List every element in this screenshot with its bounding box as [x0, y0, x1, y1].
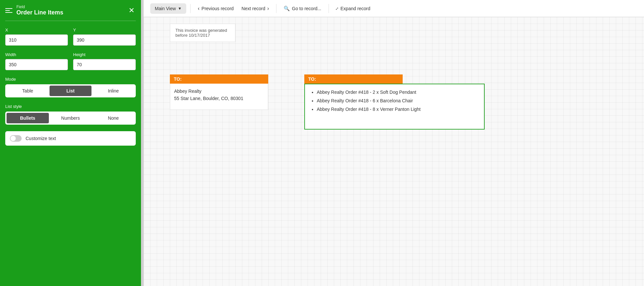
- list-items-content: Abbey Realty Order #418 - 2 x Soft Dog P…: [304, 84, 485, 130]
- next-record-label: Next record: [242, 6, 265, 11]
- panel-title-block: Field Order Line Items: [16, 5, 123, 16]
- customize-text-toggle[interactable]: [10, 135, 22, 142]
- chevron-left-icon: ‹: [198, 6, 199, 11]
- to-block-left: TO: Abbey Realty 55 Star Lane, Boulder, …: [170, 74, 268, 110]
- customize-text-row: Customize text: [5, 131, 136, 146]
- to-header-left: TO:: [170, 74, 268, 84]
- x-field-group: X: [5, 28, 68, 46]
- list-item-text-1: Abbey Realty Order #418 - 2 x Soft Dog P…: [317, 90, 416, 95]
- main-view-button[interactable]: Main View ▼: [150, 3, 186, 14]
- go-to-record-label: Go to record...: [292, 6, 321, 11]
- expand-record-label: Expand record: [340, 6, 370, 11]
- liststyle-toggle-group: Bullets Numbers None: [5, 112, 136, 125]
- width-input[interactable]: [5, 59, 68, 70]
- nav-divider-3: [329, 4, 329, 13]
- list-item: Abbey Realty Order #418 - 6 x Barcelona …: [317, 98, 479, 103]
- resize-handle[interactable]: [141, 0, 144, 286]
- nav-divider-2: [276, 4, 276, 13]
- mode-table-button[interactable]: Table: [7, 86, 49, 96]
- go-to-record-button[interactable]: 🔍 Go to record...: [280, 3, 324, 14]
- height-input[interactable]: [73, 59, 136, 70]
- canvas-area[interactable]: This invoice was generated before 10/17/…: [144, 17, 644, 286]
- top-nav-bar: Main View ▼ ‹ Previous record Next recor…: [144, 0, 644, 17]
- list-item: Abbey Realty Order #418 - 2 x Soft Dog P…: [317, 90, 479, 95]
- previous-record-button[interactable]: ‹ Previous record: [194, 3, 237, 14]
- chevron-right-icon: ›: [267, 6, 269, 11]
- panel-title: Order Line Items: [16, 9, 123, 16]
- mode-inline-button[interactable]: Inline: [92, 86, 134, 96]
- to-block-right: TO: Abbey Realty Order #418 - 2 x Soft D…: [304, 74, 485, 130]
- height-field-group: Height: [73, 52, 136, 70]
- panel-body: X Y Width Height Mode Table Li: [0, 21, 141, 152]
- y-label: Y: [73, 28, 136, 32]
- x-input[interactable]: [5, 34, 68, 46]
- liststyle-bullets-button[interactable]: Bullets: [7, 113, 49, 123]
- dropdown-arrow-icon: ▼: [178, 6, 182, 11]
- expand-record-button[interactable]: ↕ Expand record: [333, 3, 374, 14]
- liststyle-numbers-button[interactable]: Numbers: [50, 113, 92, 123]
- main-content-panel: Main View ▼ ‹ Previous record Next recor…: [144, 0, 644, 286]
- field-settings-panel: Field Order Line Items ✕ X Y Width Heigh: [0, 0, 141, 286]
- list-item-text-2: Abbey Realty Order #418 - 6 x Barcelona …: [317, 98, 413, 103]
- customize-text-label: Customize text: [26, 136, 56, 141]
- previous-record-label: Previous record: [202, 6, 234, 11]
- main-view-label: Main View: [155, 6, 176, 11]
- next-record-button[interactable]: Next record ›: [238, 3, 272, 14]
- y-input[interactable]: [73, 34, 136, 46]
- address-name: Abbey Realty: [174, 88, 264, 95]
- mode-list-button[interactable]: List: [50, 86, 92, 96]
- to-content-left: Abbey Realty 55 Star Lane, Boulder, CO, …: [170, 84, 268, 110]
- to-header-right: TO:: [304, 74, 403, 84]
- list-item-text-3: Abbey Realty Order #418 - 8 x Verner Pan…: [317, 107, 421, 112]
- panel-header: Field Order Line Items ✕: [0, 0, 141, 21]
- xy-row: X Y: [5, 28, 136, 46]
- y-field-group: Y: [73, 28, 136, 46]
- invoice-notice-box: This invoice was generated before 10/17/…: [170, 24, 235, 42]
- invoice-notice-text: This invoice was generated before 10/17/…: [175, 28, 227, 38]
- search-icon: 🔍: [284, 6, 290, 11]
- height-label: Height: [73, 52, 136, 57]
- width-label: Width: [5, 52, 68, 57]
- nav-divider-1: [190, 4, 191, 13]
- liststyle-section: List style Bullets Numbers None: [5, 104, 136, 125]
- expand-icon: ↕: [334, 6, 340, 11]
- wh-row: Width Height: [5, 52, 136, 70]
- width-field-group: Width: [5, 52, 68, 70]
- liststyle-none-button[interactable]: None: [92, 113, 134, 123]
- mode-label: Mode: [5, 77, 136, 82]
- panel-label: Field: [16, 5, 123, 9]
- x-label: X: [5, 28, 68, 32]
- list-item: Abbey Realty Order #418 - 8 x Verner Pan…: [317, 107, 479, 112]
- mode-section: Mode Table List Inline: [5, 77, 136, 97]
- address-line: 55 Star Lane, Boulder, CO, 80301: [174, 95, 264, 102]
- liststyle-label: List style: [5, 104, 136, 109]
- mode-toggle-group: Table List Inline: [5, 84, 136, 97]
- menu-icon[interactable]: [5, 8, 12, 13]
- order-items-list: Abbey Realty Order #418 - 2 x Soft Dog P…: [310, 90, 479, 112]
- canvas-content: This invoice was generated before 10/17/…: [144, 17, 644, 286]
- close-button[interactable]: ✕: [127, 6, 136, 15]
